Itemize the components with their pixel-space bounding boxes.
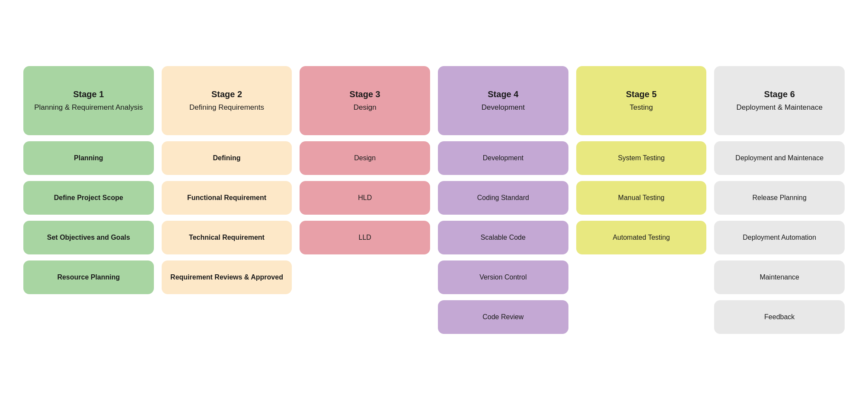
card-col4-item-2: Scalable Code: [438, 221, 568, 254]
card-col2-item-1: Functional Requirement: [162, 181, 292, 215]
header-col2: Stage 2Defining Requirements: [162, 66, 292, 135]
column-col1: Stage 1Planning & Requirement AnalysisPl…: [23, 66, 154, 294]
header-col6: Stage 6Deployment & Maintenace: [714, 66, 845, 135]
stage-desc-col2: Defining Requirements: [189, 103, 264, 113]
stage-desc-col5: Testing: [630, 103, 653, 113]
stage-desc-col1: Planning & Requirement Analysis: [34, 103, 143, 113]
board: Stage 1Planning & Requirement AnalysisPl…: [23, 66, 845, 334]
card-col1-item-3: Resource Planning: [23, 260, 154, 294]
card-col5-item-1: Manual Testing: [576, 181, 707, 215]
card-col3-item-0: Design: [300, 141, 430, 175]
stage-label-col4: Stage 4: [488, 89, 518, 100]
column-col6: Stage 6Deployment & MaintenaceDeployment…: [714, 66, 845, 334]
column-col4: Stage 4DevelopmentDevelopmentCoding Stan…: [438, 66, 568, 334]
card-col4-item-0: Development: [438, 141, 568, 175]
column-col2: Stage 2Defining RequirementsDefiningFunc…: [162, 66, 292, 294]
card-col3-item-1: HLD: [300, 181, 430, 215]
card-col2-item-3: Requirement Reviews & Approved: [162, 260, 292, 294]
card-col6-item-4: Feedback: [714, 300, 845, 334]
header-col5: Stage 5Testing: [576, 66, 707, 135]
stage-desc-col6: Deployment & Maintenace: [737, 103, 823, 113]
card-col6-item-2: Deployment Automation: [714, 221, 845, 254]
card-col6-item-0: Deployment and Maintenace: [714, 141, 845, 175]
card-col6-item-1: Release Planning: [714, 181, 845, 215]
stage-label-col5: Stage 5: [626, 89, 657, 100]
header-col4: Stage 4Development: [438, 66, 568, 135]
header-col3: Stage 3Design: [300, 66, 430, 135]
column-col3: Stage 3DesignDesignHLDLLD: [300, 66, 430, 254]
stage-desc-col3: Design: [354, 103, 377, 113]
card-col4-item-3: Version Control: [438, 260, 568, 294]
stage-label-col1: Stage 1: [73, 89, 104, 100]
stage-label-col3: Stage 3: [350, 89, 380, 100]
card-col4-item-1: Coding Standard: [438, 181, 568, 215]
card-col1-item-2: Set Objectives and Goals: [23, 221, 154, 254]
card-col6-item-3: Maintenance: [714, 260, 845, 294]
card-col2-item-0: Defining: [162, 141, 292, 175]
stage-label-col2: Stage 2: [211, 89, 242, 100]
card-col5-item-0: System Testing: [576, 141, 707, 175]
card-col2-item-2: Technical Requirement: [162, 221, 292, 254]
stage-desc-col4: Development: [482, 103, 525, 113]
stage-label-col6: Stage 6: [764, 89, 795, 100]
column-col5: Stage 5TestingSystem TestingManual Testi…: [576, 66, 707, 254]
card-col1-item-0: Planning: [23, 141, 154, 175]
card-col3-item-2: LLD: [300, 221, 430, 254]
card-col1-item-1: Define Project Scope: [23, 181, 154, 215]
header-col1: Stage 1Planning & Requirement Analysis: [23, 66, 154, 135]
card-col4-item-4: Code Review: [438, 300, 568, 334]
card-col5-item-2: Automated Testing: [576, 221, 707, 254]
